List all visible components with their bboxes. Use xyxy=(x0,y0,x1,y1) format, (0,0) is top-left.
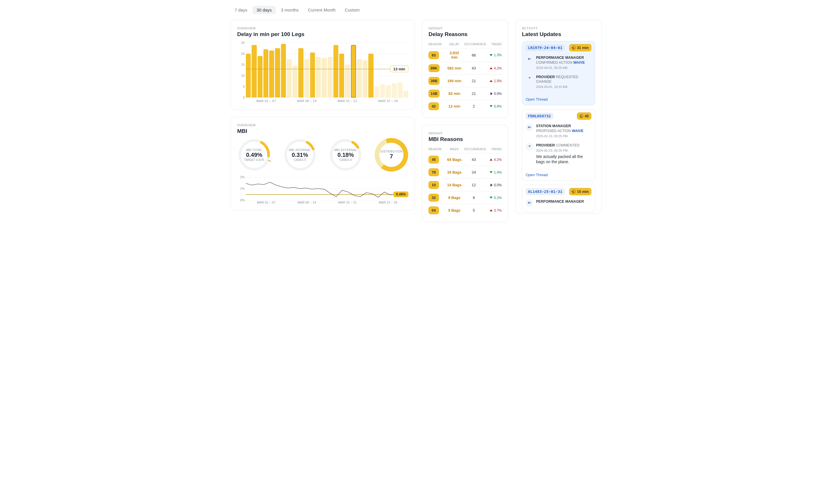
trend-up-icon xyxy=(490,80,492,82)
range-tab-7-days[interactable]: 7 days xyxy=(230,6,251,14)
update-time-badge: 15 min xyxy=(569,188,592,195)
delay-bar[interactable] xyxy=(298,48,303,97)
range-tab-3-months[interactable]: 3 months xyxy=(277,6,303,14)
reason-code: 42 xyxy=(428,102,439,110)
reason-code: 39B xyxy=(428,77,440,85)
activity-update[interactable]: LH1979-24-04-01 31 min PERFORMANCE MANAG… xyxy=(522,41,595,105)
reason-metric: 194 min xyxy=(446,79,462,83)
delay-chart: 13 min MAR 01 – 07MAR 08 – 14MAR 15 – 21… xyxy=(237,41,408,104)
reason-metric: 12 min xyxy=(446,104,462,108)
delay-bar[interactable] xyxy=(368,54,373,97)
delay-bar[interactable] xyxy=(398,82,403,97)
delay-bar[interactable] xyxy=(345,65,350,97)
update-id: AL1483-25-01-31 xyxy=(526,188,565,195)
delay-reasons-header: REASON DELAY OCCURRENCE TREND xyxy=(428,43,502,48)
reason-trend: 0.0% xyxy=(485,92,502,96)
update-id: LH1979-24-04-01 xyxy=(526,44,565,51)
delay-bar[interactable] xyxy=(269,51,274,97)
reason-occurrence: 86 xyxy=(464,53,483,57)
range-tab-30-days[interactable]: 30 days xyxy=(252,6,276,14)
delay-bar[interactable] xyxy=(386,85,391,97)
delay-bar[interactable] xyxy=(357,59,362,97)
quote-icon: ❝ xyxy=(526,75,533,82)
trend-neutral-icon xyxy=(490,92,492,95)
delay-bar[interactable] xyxy=(258,56,262,97)
delay-bar[interactable] xyxy=(392,83,396,97)
reason-code: 10 xyxy=(428,181,439,189)
open-thread-link[interactable]: Open Thread xyxy=(522,170,595,181)
trend-up-icon xyxy=(490,159,492,161)
delay-bar[interactable] xyxy=(246,54,251,97)
delay-bar[interactable] xyxy=(322,58,326,97)
range-tab-custom[interactable]: Custom xyxy=(341,6,364,14)
delay-eyebrow: OVERVIEW xyxy=(237,27,408,30)
delay-reasons-card: INSIGHT Delay Reasons REASON DELAY OCCUR… xyxy=(422,20,508,118)
activity-card: ACTIVITY Latest Updates LH1979-24-04-01 … xyxy=(515,20,602,214)
reason-row[interactable]: 1014 Bags120.0% xyxy=(428,179,502,191)
delay-bars[interactable] xyxy=(246,43,408,97)
delay-bar[interactable] xyxy=(252,45,256,97)
plane-icon xyxy=(526,199,533,207)
delay-bar[interactable] xyxy=(404,91,408,97)
delay-card: OVERVIEW Delay in min per 100 Legs 13 mi… xyxy=(230,20,415,110)
activity-event: ❝ PROVIDER COMMENTED 2025-02-23, 09:25 P… xyxy=(526,141,592,167)
reason-row[interactable]: 14B82 min210.0% xyxy=(428,87,502,100)
reason-row[interactable]: 4212 min26.8% xyxy=(428,100,502,113)
reason-code: 78 xyxy=(428,168,439,176)
activity-update[interactable]: FDHLH58732 45 STATION MANAGER PROPOSED A… xyxy=(522,109,595,181)
delay-bar[interactable] xyxy=(380,84,385,97)
mbi-donut[interactable]: MBI EXTERNAL0.18%CASES 4 xyxy=(328,138,362,172)
open-thread-link[interactable]: Open Thread xyxy=(522,94,595,105)
reason-occurrence: 24 xyxy=(464,170,483,175)
reason-code: 45 xyxy=(428,156,439,163)
mbi-reasons-title: MBI Reasons xyxy=(428,136,502,143)
reason-trend: 4.2% xyxy=(485,158,502,162)
delay-bar[interactable] xyxy=(281,44,286,97)
delay-bar[interactable] xyxy=(362,60,368,97)
reason-row[interactable]: 045 Bags53.7% xyxy=(428,204,502,217)
delay-bar[interactable] xyxy=(263,49,268,97)
delay-bar[interactable] xyxy=(374,87,379,97)
mbi-reasons-card: INSIGHT MBI Reasons REASON BAGS OCCURREN… xyxy=(422,125,508,222)
reason-metric: 2,932 min xyxy=(446,51,462,59)
range-tab-current-month[interactable]: Current Month xyxy=(304,6,340,14)
reason-occurrence: 21 xyxy=(464,91,483,96)
mbi-title: MBI xyxy=(237,128,408,134)
delay-bar[interactable] xyxy=(333,45,338,97)
delay-bar[interactable] xyxy=(328,57,332,97)
reason-row[interactable]: 39B194 min212.5% xyxy=(428,74,502,87)
delay-reasons-eyebrow: INSIGHT xyxy=(428,27,502,30)
quote-icon: ❝ xyxy=(526,143,533,151)
clock-icon xyxy=(572,190,576,193)
mbi-line[interactable] xyxy=(246,177,408,200)
delay-bar[interactable] xyxy=(275,48,280,97)
reason-trend: 5.2% xyxy=(485,196,502,200)
mbi-donut[interactable]: MBI INTERNAL0.31%CASES 5 xyxy=(283,138,317,172)
reason-metric: 9 Bags xyxy=(446,195,462,200)
plane-icon xyxy=(526,124,533,131)
mbi-donut[interactable]: MBI TOTAL0.49%TARGET 0.52% xyxy=(237,138,271,172)
reason-trend: 2.5% xyxy=(485,79,502,83)
mbi-eyebrow: OVERVIEW xyxy=(237,123,408,127)
reason-occurrence: 12 xyxy=(464,183,483,187)
delay-bar[interactable] xyxy=(292,66,297,97)
range-tabs: 7 days30 days3 monthsCurrent MonthCustom xyxy=(230,6,605,14)
reason-row[interactable]: 7834 Bags241.4% xyxy=(428,166,502,179)
mbi-x-axis: MAR 01 – 07MAR 08 – 14MAR 15 – 21MAR 22 … xyxy=(246,201,408,205)
delay-bar[interactable] xyxy=(339,54,344,97)
reason-row[interactable]: 329 Bags85.2% xyxy=(428,191,502,204)
delay-title: Delay in min per 100 Legs xyxy=(237,31,408,37)
delay-bar[interactable] xyxy=(351,45,356,97)
mbi-line-chart: 0.49% MAR 01 – 07MAR 08 – 14MAR 15 – 21M… xyxy=(237,176,408,205)
delay-bar[interactable] xyxy=(287,59,292,97)
reason-code: 89K xyxy=(428,64,440,72)
reason-row[interactable]: 89K582 min434.2% xyxy=(428,62,502,74)
delay-bar[interactable] xyxy=(304,59,309,97)
reason-row[interactable]: 4564 Bags434.2% xyxy=(428,153,502,166)
activity-update[interactable]: AL1483-25-01-31 15 min PERFORMANCE MANAG… xyxy=(522,185,595,212)
reason-row[interactable]: 932,932 min861.3% xyxy=(428,48,502,62)
mbi-donut[interactable]: DISTRIBUTION7 xyxy=(374,138,408,172)
delay-bar[interactable] xyxy=(316,57,321,97)
delay-bar[interactable] xyxy=(310,53,315,97)
reason-code: 04 xyxy=(428,207,439,214)
